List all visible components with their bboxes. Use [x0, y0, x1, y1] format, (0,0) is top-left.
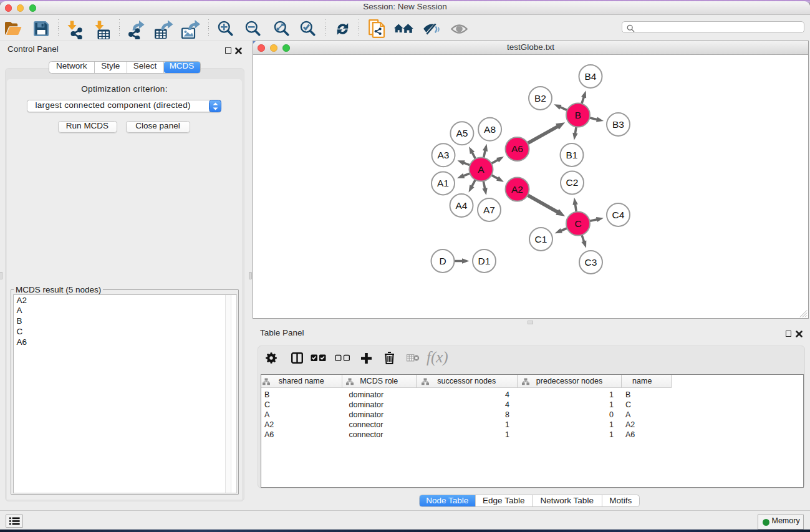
svg-text:A: A — [478, 164, 485, 175]
svg-text:C4: C4 — [612, 210, 625, 220]
svg-text:B3: B3 — [612, 119, 624, 130]
svg-text:B4: B4 — [585, 71, 597, 82]
svg-text:A8: A8 — [484, 124, 496, 135]
svg-text:A6: A6 — [511, 143, 523, 154]
svg-text:D: D — [439, 256, 446, 266]
svg-text:C: C — [574, 218, 581, 229]
svg-text:B1: B1 — [566, 150, 578, 160]
svg-text:C2: C2 — [566, 177, 579, 188]
svg-text:A4: A4 — [456, 200, 468, 211]
svg-text:A1: A1 — [437, 178, 449, 188]
svg-text:C1: C1 — [535, 234, 547, 244]
svg-text:D1: D1 — [478, 256, 491, 266]
svg-text:C3: C3 — [585, 257, 597, 268]
svg-text:A5: A5 — [456, 128, 468, 138]
svg-text:B: B — [575, 110, 581, 120]
svg-text:A3: A3 — [438, 150, 450, 160]
svg-text:A7: A7 — [483, 205, 495, 215]
svg-text:B2: B2 — [534, 93, 546, 104]
svg-text:A2: A2 — [511, 184, 523, 195]
